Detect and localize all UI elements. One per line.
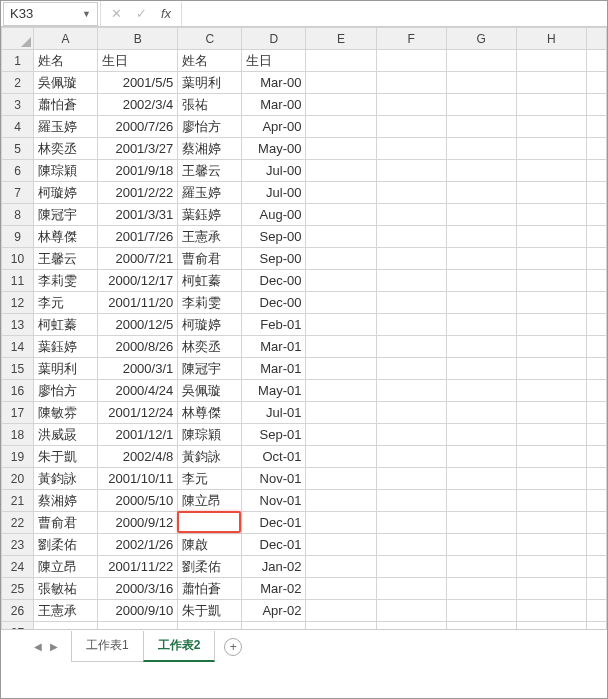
row-header[interactable]: 24 xyxy=(2,556,34,578)
column-header-C[interactable]: C xyxy=(178,28,242,50)
cell[interactable] xyxy=(306,534,376,556)
cell[interactable]: 2000/8/26 xyxy=(98,336,178,358)
row-header[interactable]: 1 xyxy=(2,50,34,72)
cell[interactable] xyxy=(306,248,376,270)
cell[interactable]: 2000/5/10 xyxy=(98,490,178,512)
cell[interactable] xyxy=(376,116,446,138)
cell[interactable]: 2000/9/10 xyxy=(98,600,178,622)
column-header-G[interactable]: G xyxy=(446,28,516,50)
cell[interactable]: 吳佩璇 xyxy=(34,72,98,94)
cell[interactable]: 柯虹蓁 xyxy=(34,314,98,336)
cell[interactable]: 張祐 xyxy=(178,94,242,116)
cell[interactable]: Oct-01 xyxy=(242,446,306,468)
column-header-A[interactable]: A xyxy=(34,28,98,50)
select-all-corner[interactable] xyxy=(2,28,34,50)
cell[interactable]: 曹俞君 xyxy=(34,512,98,534)
row-header[interactable]: 8 xyxy=(2,204,34,226)
cell[interactable] xyxy=(306,358,376,380)
cell[interactable] xyxy=(376,226,446,248)
cell[interactable] xyxy=(446,490,516,512)
row-header[interactable]: 11 xyxy=(2,270,34,292)
cell[interactable]: 葉鈺婷 xyxy=(178,204,242,226)
cell[interactable] xyxy=(586,578,606,600)
chevron-down-icon[interactable]: ▼ xyxy=(82,9,91,19)
cell[interactable] xyxy=(586,270,606,292)
cell[interactable]: 陳立昂 xyxy=(34,556,98,578)
cell[interactable] xyxy=(516,380,586,402)
cell[interactable] xyxy=(306,556,376,578)
row-header[interactable]: 5 xyxy=(2,138,34,160)
cell[interactable] xyxy=(446,72,516,94)
cell[interactable] xyxy=(446,336,516,358)
column-header-E[interactable]: E xyxy=(306,28,376,50)
cell[interactable]: 劉柔佑 xyxy=(178,556,242,578)
cell[interactable] xyxy=(376,600,446,622)
add-sheet-button[interactable]: + xyxy=(224,638,242,656)
cell[interactable]: 生日 xyxy=(98,50,178,72)
row-header[interactable]: 7 xyxy=(2,182,34,204)
cell[interactable] xyxy=(306,50,376,72)
cell[interactable] xyxy=(446,534,516,556)
cell[interactable] xyxy=(516,116,586,138)
cell[interactable] xyxy=(446,94,516,116)
cell[interactable] xyxy=(586,600,606,622)
fx-icon[interactable]: fx xyxy=(161,6,171,21)
cell[interactable] xyxy=(376,314,446,336)
cell[interactable] xyxy=(586,424,606,446)
row-header[interactable]: 10 xyxy=(2,248,34,270)
cell[interactable]: Sep-01 xyxy=(242,424,306,446)
cell[interactable]: Aug-00 xyxy=(242,204,306,226)
cell[interactable]: 林尊傑 xyxy=(34,226,98,248)
row-header[interactable]: 18 xyxy=(2,424,34,446)
cell[interactable]: 陳琮穎 xyxy=(178,424,242,446)
cell[interactable]: 姓名 xyxy=(178,50,242,72)
cell[interactable]: 王馨云 xyxy=(34,248,98,270)
cell[interactable]: 李莉雯 xyxy=(178,292,242,314)
cell[interactable] xyxy=(516,50,586,72)
cell[interactable] xyxy=(376,50,446,72)
cell[interactable]: 李元 xyxy=(178,468,242,490)
cell[interactable] xyxy=(306,292,376,314)
column-header-H[interactable]: H xyxy=(516,28,586,50)
cell[interactable] xyxy=(376,402,446,424)
cell[interactable] xyxy=(516,94,586,116)
cell[interactable] xyxy=(306,468,376,490)
cell[interactable]: Mar-01 xyxy=(242,358,306,380)
cell[interactable] xyxy=(306,182,376,204)
cell[interactable] xyxy=(516,292,586,314)
cell[interactable] xyxy=(516,314,586,336)
cell[interactable] xyxy=(376,446,446,468)
row-header[interactable]: 13 xyxy=(2,314,34,336)
cell[interactable] xyxy=(306,116,376,138)
cell[interactable]: 林奕丞 xyxy=(178,336,242,358)
cell[interactable]: 吳佩璇 xyxy=(178,380,242,402)
cell[interactable] xyxy=(376,270,446,292)
cell[interactable]: 生日 xyxy=(242,50,306,72)
cell[interactable] xyxy=(586,94,606,116)
cell[interactable] xyxy=(376,182,446,204)
row-header[interactable]: 23 xyxy=(2,534,34,556)
name-box[interactable]: K33 ▼ xyxy=(3,2,98,26)
cell[interactable]: 羅玉婷 xyxy=(34,116,98,138)
cell[interactable]: 廖怡方 xyxy=(178,116,242,138)
cell[interactable] xyxy=(516,556,586,578)
cell[interactable] xyxy=(306,336,376,358)
cell[interactable] xyxy=(516,446,586,468)
cell[interactable]: 2001/2/22 xyxy=(98,182,178,204)
cell[interactable] xyxy=(586,490,606,512)
cell[interactable] xyxy=(376,292,446,314)
cell[interactable] xyxy=(376,534,446,556)
cell[interactable]: 2000/4/24 xyxy=(98,380,178,402)
cell[interactable] xyxy=(516,358,586,380)
cell[interactable] xyxy=(516,512,586,534)
row-header[interactable]: 12 xyxy=(2,292,34,314)
cell[interactable] xyxy=(446,226,516,248)
row-header[interactable]: 6 xyxy=(2,160,34,182)
row-header[interactable]: 4 xyxy=(2,116,34,138)
row-header[interactable]: 19 xyxy=(2,446,34,468)
row-header[interactable]: 9 xyxy=(2,226,34,248)
cell[interactable] xyxy=(306,402,376,424)
cell[interactable] xyxy=(516,402,586,424)
cell[interactable] xyxy=(516,424,586,446)
cell[interactable]: 2001/5/5 xyxy=(98,72,178,94)
